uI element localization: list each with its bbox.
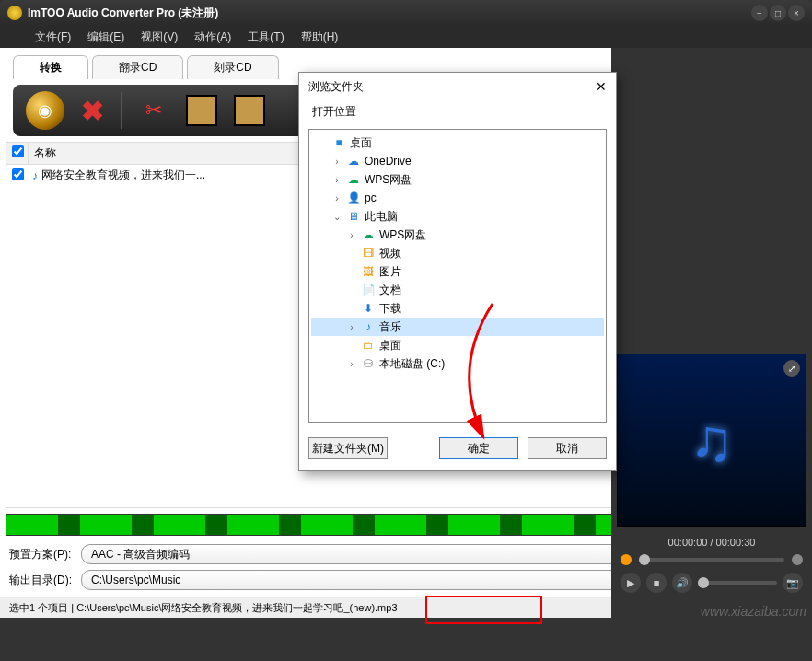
record-icon[interactable] bbox=[621, 554, 632, 565]
snapshot-button[interactable]: 📷 bbox=[783, 573, 803, 593]
menu-file[interactable]: 文件(F) bbox=[35, 29, 71, 45]
marker-icon[interactable] bbox=[792, 554, 803, 565]
menu-action[interactable]: 动作(A) bbox=[194, 29, 231, 45]
maximize-button[interactable]: □ bbox=[770, 5, 786, 21]
tree-docs[interactable]: 📄文档 bbox=[311, 281, 604, 299]
play-button[interactable]: ▶ bbox=[621, 573, 641, 593]
tree-diskc[interactable]: ›⛁本地磁盘 (C:) bbox=[311, 354, 604, 373]
new-folder-button[interactable]: 新建文件夹(M) bbox=[308, 437, 388, 459]
menu-edit[interactable]: 编辑(E) bbox=[87, 29, 124, 45]
tab-burn[interactable]: 刻录CD bbox=[187, 55, 278, 79]
separator bbox=[121, 92, 122, 129]
tree-thispc[interactable]: ⌄🖥此电脑 bbox=[311, 207, 604, 226]
remove-button[interactable]: ✖ bbox=[81, 95, 104, 127]
stop-button[interactable]: ■ bbox=[646, 573, 667, 593]
filmstrip-button[interactable] bbox=[186, 95, 217, 126]
header-checkbox[interactable] bbox=[12, 145, 24, 157]
app-icon bbox=[7, 6, 22, 20]
volume-icon[interactable]: 🔊 bbox=[672, 573, 692, 593]
volume-slider[interactable] bbox=[698, 581, 777, 585]
tree-pc-user[interactable]: ›👤pc bbox=[311, 189, 604, 207]
dialog-close-button[interactable]: ✕ bbox=[596, 79, 607, 94]
tree-desktop2[interactable]: 🗀桌面 bbox=[311, 336, 604, 354]
title-text: ImTOO Audio Converter Pro (未注册) bbox=[28, 6, 218, 21]
tree-wps2[interactable]: ›☁WPS网盘 bbox=[311, 226, 604, 244]
dialog-title: 浏览文件夹 bbox=[308, 79, 364, 95]
outdir-combo[interactable]: C:\Users\pc\Music▾ bbox=[81, 570, 658, 590]
timecode: 00:00:00 / 00:00:30 bbox=[611, 532, 812, 552]
ok-button[interactable]: 确定 bbox=[439, 437, 518, 459]
fullscreen-icon[interactable]: ⤢ bbox=[783, 360, 800, 377]
menubar: 文件(F) 编辑(E) 视图(V) 动作(A) 工具(T) 帮助(H) bbox=[0, 26, 812, 48]
menu-tools[interactable]: 工具(T) bbox=[248, 29, 284, 45]
tab-rip[interactable]: 翻录CD bbox=[92, 55, 183, 79]
status-text: 选中1 个项目 | C:\Users\pc\Music\网络安全教育视频，进来我… bbox=[9, 601, 398, 615]
menu-view[interactable]: 视图(V) bbox=[141, 29, 178, 45]
row-checkbox[interactable] bbox=[12, 168, 24, 180]
filmstrip2-button[interactable] bbox=[234, 95, 265, 126]
close-button[interactable]: × bbox=[788, 5, 805, 21]
preview-area: ⤢ ♫ bbox=[617, 354, 806, 527]
tree-videos[interactable]: 🎞视频 bbox=[311, 244, 604, 262]
tree-downloads[interactable]: ⬇下载 bbox=[311, 299, 604, 318]
menu-help[interactable]: 帮助(H) bbox=[301, 29, 339, 45]
tree-wps[interactable]: ›☁WPS网盘 bbox=[311, 170, 604, 189]
add-disc-button[interactable]: ◉ bbox=[26, 91, 64, 130]
minimize-button[interactable]: − bbox=[751, 5, 768, 21]
browse-folder-dialog: 浏览文件夹 ✕ 打开位置 ■桌面 ›☁OneDrive ›☁WPS网盘 ›👤pc… bbox=[298, 72, 617, 471]
watermark: www.xiazaiba.com bbox=[701, 604, 806, 619]
folder-tree[interactable]: ■桌面 ›☁OneDrive ›☁WPS网盘 ›👤pc ⌄🖥此电脑 ›☁WPS网… bbox=[308, 129, 607, 423]
seek-slider[interactable] bbox=[639, 558, 784, 562]
tree-music[interactable]: ›♪音乐 bbox=[311, 318, 604, 336]
cancel-button[interactable]: 取消 bbox=[528, 437, 607, 459]
cut-button[interactable]: ✂ bbox=[138, 95, 169, 126]
preview-panel: ⤢ ♫ 00:00:00 / 00:00:30 ▶ ■ 🔊 📷 bbox=[611, 48, 812, 655]
tree-desktop[interactable]: ■桌面 bbox=[311, 133, 604, 152]
tab-convert[interactable]: 转换 bbox=[13, 55, 88, 79]
tree-onedrive[interactable]: ›☁OneDrive bbox=[311, 152, 604, 170]
note-icon: ♫ bbox=[690, 406, 734, 474]
preset-label: 预置方案(P): bbox=[9, 547, 75, 562]
outdir-label: 输出目录(D): bbox=[9, 573, 75, 588]
titlebar[interactable]: ImTOO Audio Converter Pro (未注册) − □ × bbox=[0, 0, 812, 26]
music-icon: ♪ bbox=[32, 169, 38, 182]
dialog-message: 打开位置 bbox=[299, 100, 616, 129]
tree-pictures[interactable]: 🖼图片 bbox=[311, 262, 604, 281]
